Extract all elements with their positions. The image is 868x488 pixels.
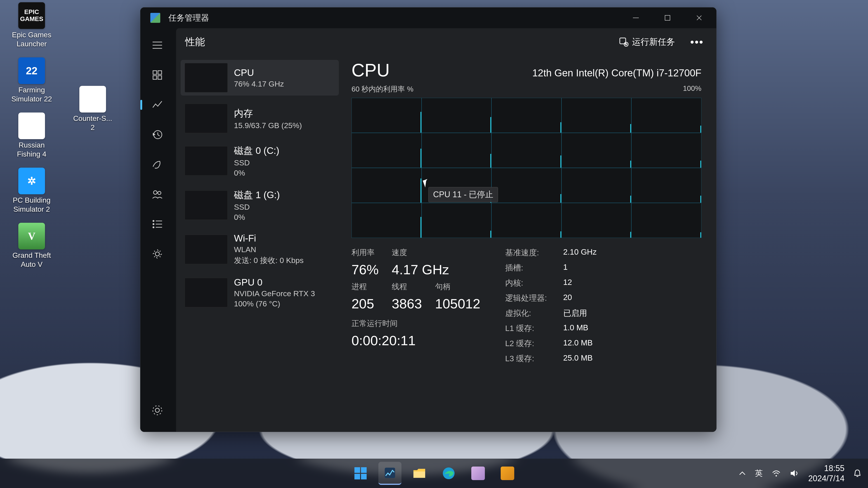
- hnd-label: 句柄: [435, 282, 480, 292]
- close-button[interactable]: [686, 8, 713, 27]
- windows-icon: [353, 466, 368, 480]
- cpu-core-8[interactable]: [561, 133, 631, 168]
- taskbar-edge[interactable]: [437, 462, 460, 485]
- hamburger-icon: [152, 41, 162, 49]
- task-manager-window: 任务管理器: [140, 7, 717, 432]
- perf-item-disk1[interactable]: 磁盘 1 (G:) SSD 0%: [181, 186, 339, 225]
- maximize-icon: [664, 15, 671, 21]
- nav-rail: [141, 28, 174, 432]
- desktop-icon-counter-strike[interactable]: Counter-S...2: [63, 86, 122, 132]
- svg-rect-29: [354, 474, 360, 480]
- desktop-icon-russian-fishing[interactable]: RussianFishing 4: [2, 112, 61, 159]
- nav-performance[interactable]: [145, 92, 170, 117]
- cpu-core-12[interactable]: [491, 168, 561, 203]
- cpu-detail-pane: CPU 12th Gen Intel(R) Core(TM) i7-12700F…: [343, 58, 710, 427]
- window-controls: [618, 8, 713, 27]
- cpu-core-0[interactable]: [351, 98, 422, 133]
- cpu-stats-left: 利用率 速度 . 76% 4.17 GHz 进程 线程 句柄 205 3863 …: [351, 248, 480, 364]
- cpu-core-1[interactable]: [422, 98, 492, 133]
- chevron-up-icon: [739, 470, 746, 476]
- minimize-button[interactable]: [622, 8, 649, 27]
- cpu-core-15[interactable]: [351, 203, 422, 238]
- tray-chevron-up[interactable]: [739, 470, 746, 476]
- settings-icon: [152, 405, 163, 416]
- notifications-tray-icon[interactable]: [854, 469, 861, 478]
- app-icon: [501, 466, 514, 480]
- cpu-core-6[interactable]: [422, 133, 492, 168]
- perf-item-memory[interactable]: 内存 15.9/63.7 GB (25%): [181, 101, 339, 136]
- svg-rect-32: [413, 471, 425, 478]
- svg-point-18: [153, 226, 154, 228]
- perf-sub: SSD: [234, 203, 335, 212]
- perf-item-gpu0[interactable]: GPU 0 NVIDIA GeForce RTX 3 100% (76 °C): [181, 274, 339, 311]
- maximize-button[interactable]: [654, 8, 681, 27]
- chart-label-right: 100%: [683, 84, 702, 94]
- l3-value: 25.0 MB: [563, 353, 597, 364]
- nav-processes[interactable]: [145, 63, 170, 88]
- taskbar-app-2[interactable]: [496, 462, 519, 485]
- nav-startup[interactable]: [145, 152, 170, 177]
- perf-sub2: 0%: [234, 168, 335, 177]
- cpu-core-18[interactable]: [561, 203, 631, 238]
- perf-item-disk0[interactable]: 磁盘 0 (C:) SSD 0%: [181, 141, 339, 181]
- cpu-core-14[interactable]: [631, 168, 702, 203]
- startup-icon: [152, 159, 163, 170]
- document-icon: [79, 86, 106, 112]
- ime-indicator[interactable]: 英: [755, 468, 763, 479]
- logical-proc-value: 20: [563, 293, 597, 303]
- nav-settings[interactable]: [145, 398, 170, 423]
- desktop-icon-epic-games[interactable]: EPICGAMES Epic GamesLauncher: [2, 2, 61, 48]
- cpu-core-16[interactable]: [422, 203, 492, 238]
- app-icon: [471, 466, 485, 480]
- run-new-task-button[interactable]: 运行新任务: [615, 33, 679, 51]
- cpu-core-17[interactable]: [491, 203, 561, 238]
- perf-item-wifi[interactable]: Wi-Fi WLAN 发送: 0 接收: 0 Kbps: [181, 230, 339, 269]
- desktop-icon-pc-building-sim[interactable]: ✲ PC BuildingSimulator 2: [2, 168, 61, 214]
- cpu-core-2[interactable]: [491, 98, 561, 133]
- cpu-core-10[interactable]: [351, 168, 422, 203]
- cores-value: 12: [563, 278, 597, 288]
- svg-rect-27: [354, 467, 360, 473]
- edge-icon: [442, 466, 456, 480]
- icon-label: PC BuildingSimulator 2: [13, 196, 51, 214]
- cpu-core-4[interactable]: [631, 98, 702, 133]
- nav-hamburger[interactable]: [145, 33, 170, 58]
- perf-sub: 15.9/63.7 GB (25%): [234, 121, 335, 130]
- nav-users[interactable]: [145, 182, 170, 207]
- gear-icon: [152, 249, 163, 259]
- perf-sub2: 0%: [234, 213, 335, 222]
- cpu-core-13[interactable]: [561, 168, 631, 203]
- cpu-core-7[interactable]: [491, 133, 561, 168]
- perf-item-cpu[interactable]: CPU 76% 4.17 GHz: [181, 60, 339, 96]
- cpu-core-5[interactable]: [351, 133, 422, 168]
- cpu-core-grid[interactable]: CPU 11 - 已停止: [351, 98, 702, 238]
- memory-thumbnail: [185, 104, 228, 133]
- start-button[interactable]: [349, 462, 372, 485]
- desktop-icon-farming-sim[interactable]: 22 FarmingSimulator 22: [2, 57, 61, 103]
- more-button[interactable]: •••: [687, 36, 707, 48]
- volume-tray-icon[interactable]: [790, 469, 799, 477]
- nav-app-history[interactable]: [145, 122, 170, 147]
- base-speed-label: 基准速度:: [505, 248, 547, 258]
- cpu-core-19[interactable]: [631, 203, 702, 238]
- logical-proc-label: 逻辑处理器:: [505, 293, 547, 303]
- volume-icon: [790, 469, 799, 477]
- clock[interactable]: 18:55 2024/7/14: [808, 463, 844, 484]
- perf-title: 磁盘 1 (G:): [234, 189, 335, 201]
- wifi-tray-icon[interactable]: [772, 469, 781, 477]
- taskbar-task-manager[interactable]: [378, 462, 401, 485]
- cpu-section-title: CPU: [351, 60, 390, 80]
- perf-title: 内存: [234, 107, 335, 120]
- cpu-core-tooltip: CPU 11 - 已停止: [428, 187, 498, 202]
- desktop-icon-gta-v[interactable]: V Grand TheftAuto V: [2, 223, 61, 269]
- titlebar[interactable]: 任务管理器: [141, 7, 716, 28]
- taskbar-file-explorer[interactable]: [408, 462, 431, 485]
- taskbar-app-1[interactable]: [467, 462, 490, 485]
- nav-services[interactable]: [145, 241, 170, 266]
- cpu-core-9[interactable]: [631, 133, 702, 168]
- cpu-core-3[interactable]: [561, 98, 631, 133]
- svg-point-34: [776, 475, 777, 477]
- nav-details[interactable]: [145, 212, 170, 236]
- l1-value: 1.0 MB: [563, 323, 597, 334]
- taskbar[interactable]: 英 18:55 2024/7/14: [0, 459, 868, 488]
